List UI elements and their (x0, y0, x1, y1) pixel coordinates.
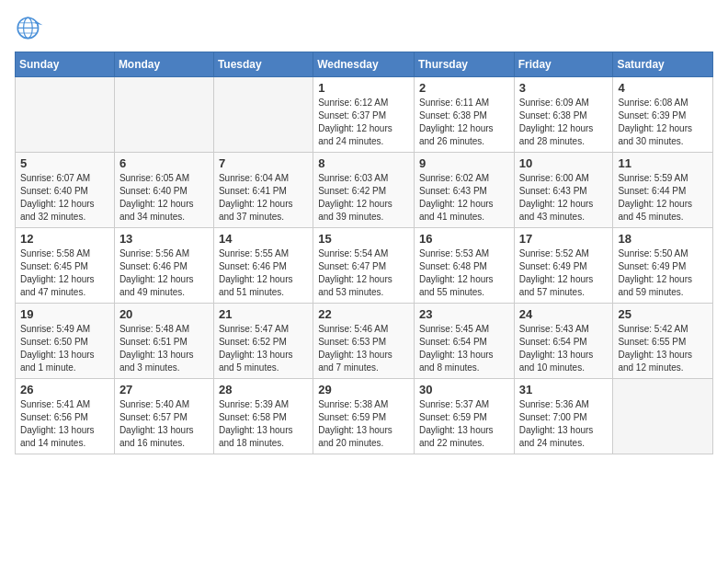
calendar-week-row: 19Sunrise: 5:49 AM Sunset: 6:50 PM Dayli… (16, 304, 713, 379)
calendar-cell: 17Sunrise: 5:52 AM Sunset: 6:49 PM Dayli… (514, 228, 613, 304)
calendar-cell: 19Sunrise: 5:49 AM Sunset: 6:50 PM Dayli… (16, 304, 115, 379)
day-number: 9 (419, 156, 509, 170)
calendar-cell: 21Sunrise: 5:47 AM Sunset: 6:52 PM Dayli… (213, 304, 313, 379)
calendar-cell: 2Sunrise: 6:11 AM Sunset: 6:38 PM Daylig… (414, 77, 514, 153)
calendar-week-row: 1Sunrise: 6:12 AM Sunset: 6:37 PM Daylig… (16, 77, 713, 153)
day-info: Sunrise: 5:47 AM Sunset: 6:52 PM Dayligh… (219, 323, 308, 374)
day-number: 1 (318, 81, 409, 95)
day-number: 3 (519, 81, 609, 95)
calendar-cell: 1Sunrise: 6:12 AM Sunset: 6:37 PM Daylig… (313, 77, 415, 153)
col-tuesday: Tuesday (213, 52, 313, 77)
day-number: 18 (618, 232, 708, 246)
day-number: 23 (419, 307, 509, 321)
day-number: 29 (318, 383, 409, 396)
calendar-cell: 3Sunrise: 6:09 AM Sunset: 6:38 PM Daylig… (514, 77, 613, 153)
calendar-cell: 26Sunrise: 5:41 AM Sunset: 6:56 PM Dayli… (16, 379, 115, 454)
calendar-cell: 4Sunrise: 6:08 AM Sunset: 6:39 PM Daylig… (613, 77, 713, 153)
svg-rect-0 (15, 15, 44, 44)
day-info: Sunrise: 5:49 AM Sunset: 6:50 PM Dayligh… (20, 323, 109, 374)
calendar-cell: 13Sunrise: 5:56 AM Sunset: 6:46 PM Dayli… (114, 228, 213, 304)
calendar-cell: 30Sunrise: 5:37 AM Sunset: 6:59 PM Dayli… (414, 379, 514, 454)
day-info: Sunrise: 5:52 AM Sunset: 6:49 PM Dayligh… (519, 247, 609, 299)
day-info: Sunrise: 5:37 AM Sunset: 6:59 PM Dayligh… (419, 398, 509, 450)
day-number: 15 (318, 232, 409, 246)
day-info: Sunrise: 5:55 AM Sunset: 6:46 PM Dayligh… (219, 247, 308, 299)
day-info: Sunrise: 5:56 AM Sunset: 6:46 PM Dayligh… (119, 247, 209, 299)
day-info: Sunrise: 6:03 AM Sunset: 6:42 PM Dayligh… (318, 172, 409, 224)
day-number: 28 (219, 383, 308, 396)
calendar-cell: 25Sunrise: 5:42 AM Sunset: 6:55 PM Dayli… (613, 304, 713, 379)
calendar-cell (114, 77, 213, 153)
day-number: 14 (219, 232, 308, 246)
day-info: Sunrise: 5:53 AM Sunset: 6:48 PM Dayligh… (419, 247, 509, 299)
col-wednesday: Wednesday (313, 52, 415, 77)
day-info: Sunrise: 5:36 AM Sunset: 7:00 PM Dayligh… (519, 398, 609, 450)
day-info: Sunrise: 6:05 AM Sunset: 6:40 PM Dayligh… (119, 172, 209, 224)
calendar-cell: 31Sunrise: 5:36 AM Sunset: 7:00 PM Dayli… (514, 379, 613, 454)
logo-icon (15, 15, 44, 44)
day-info: Sunrise: 5:42 AM Sunset: 6:55 PM Dayligh… (618, 323, 708, 374)
calendar-cell: 5Sunrise: 6:07 AM Sunset: 6:40 PM Daylig… (16, 153, 115, 228)
calendar-cell: 14Sunrise: 5:55 AM Sunset: 6:46 PM Dayli… (213, 228, 313, 304)
calendar-cell: 12Sunrise: 5:58 AM Sunset: 6:45 PM Dayli… (16, 228, 115, 304)
day-number: 21 (219, 307, 308, 321)
day-number: 27 (119, 383, 209, 396)
day-info: Sunrise: 6:00 AM Sunset: 6:43 PM Dayligh… (519, 172, 609, 224)
calendar-cell (213, 77, 313, 153)
calendar-cell: 22Sunrise: 5:46 AM Sunset: 6:53 PM Dayli… (313, 304, 415, 379)
col-saturday: Saturday (613, 52, 713, 77)
day-number: 16 (419, 232, 509, 246)
day-info: Sunrise: 5:43 AM Sunset: 6:54 PM Dayligh… (519, 323, 609, 374)
day-number: 11 (618, 156, 708, 170)
day-number: 31 (519, 383, 609, 396)
day-number: 4 (618, 81, 708, 95)
day-number: 25 (618, 307, 708, 321)
day-number: 26 (20, 383, 109, 396)
calendar-cell (16, 77, 115, 153)
calendar-cell: 16Sunrise: 5:53 AM Sunset: 6:48 PM Dayli… (414, 228, 514, 304)
page-header (15, 15, 713, 44)
col-sunday: Sunday (16, 52, 115, 77)
day-number: 30 (419, 383, 509, 396)
day-info: Sunrise: 5:48 AM Sunset: 6:51 PM Dayligh… (119, 323, 209, 374)
day-info: Sunrise: 5:54 AM Sunset: 6:47 PM Dayligh… (318, 247, 409, 299)
calendar-cell: 9Sunrise: 6:02 AM Sunset: 6:43 PM Daylig… (414, 153, 514, 228)
calendar-cell: 11Sunrise: 5:59 AM Sunset: 6:44 PM Dayli… (613, 153, 713, 228)
day-info: Sunrise: 6:07 AM Sunset: 6:40 PM Dayligh… (20, 172, 109, 224)
day-info: Sunrise: 5:46 AM Sunset: 6:53 PM Dayligh… (318, 323, 409, 374)
col-friday: Friday (514, 52, 613, 77)
calendar-week-row: 26Sunrise: 5:41 AM Sunset: 6:56 PM Dayli… (16, 379, 713, 454)
day-info: Sunrise: 5:50 AM Sunset: 6:49 PM Dayligh… (618, 247, 708, 299)
day-info: Sunrise: 5:40 AM Sunset: 6:57 PM Dayligh… (119, 398, 209, 450)
calendar-cell: 28Sunrise: 5:39 AM Sunset: 6:58 PM Dayli… (213, 379, 313, 454)
day-number: 17 (519, 232, 609, 246)
logo (15, 15, 46, 44)
day-number: 24 (519, 307, 609, 321)
col-monday: Monday (114, 52, 213, 77)
day-number: 7 (219, 156, 308, 170)
calendar-cell: 8Sunrise: 6:03 AM Sunset: 6:42 PM Daylig… (313, 153, 415, 228)
day-info: Sunrise: 5:41 AM Sunset: 6:56 PM Dayligh… (20, 398, 109, 450)
calendar-cell: 24Sunrise: 5:43 AM Sunset: 6:54 PM Dayli… (514, 304, 613, 379)
day-info: Sunrise: 5:58 AM Sunset: 6:45 PM Dayligh… (20, 247, 109, 299)
day-info: Sunrise: 5:59 AM Sunset: 6:44 PM Dayligh… (618, 172, 708, 224)
day-info: Sunrise: 5:39 AM Sunset: 6:58 PM Dayligh… (219, 398, 308, 450)
day-number: 2 (419, 81, 509, 95)
calendar-header-row: Sunday Monday Tuesday Wednesday Thursday… (16, 52, 713, 77)
day-number: 13 (119, 232, 209, 246)
day-info: Sunrise: 6:04 AM Sunset: 6:41 PM Dayligh… (219, 172, 308, 224)
calendar-cell: 23Sunrise: 5:45 AM Sunset: 6:54 PM Dayli… (414, 304, 514, 379)
col-thursday: Thursday (414, 52, 514, 77)
day-number: 22 (318, 307, 409, 321)
day-number: 5 (20, 156, 109, 170)
day-info: Sunrise: 6:02 AM Sunset: 6:43 PM Dayligh… (419, 172, 509, 224)
day-info: Sunrise: 5:38 AM Sunset: 6:59 PM Dayligh… (318, 398, 409, 450)
calendar-table: Sunday Monday Tuesday Wednesday Thursday… (15, 52, 713, 454)
calendar-cell: 29Sunrise: 5:38 AM Sunset: 6:59 PM Dayli… (313, 379, 415, 454)
calendar-cell: 7Sunrise: 6:04 AM Sunset: 6:41 PM Daylig… (213, 153, 313, 228)
calendar-cell: 18Sunrise: 5:50 AM Sunset: 6:49 PM Dayli… (613, 228, 713, 304)
calendar-cell: 6Sunrise: 6:05 AM Sunset: 6:40 PM Daylig… (114, 153, 213, 228)
calendar-cell: 20Sunrise: 5:48 AM Sunset: 6:51 PM Dayli… (114, 304, 213, 379)
day-info: Sunrise: 6:08 AM Sunset: 6:39 PM Dayligh… (618, 97, 708, 148)
day-info: Sunrise: 6:09 AM Sunset: 6:38 PM Dayligh… (519, 97, 609, 148)
